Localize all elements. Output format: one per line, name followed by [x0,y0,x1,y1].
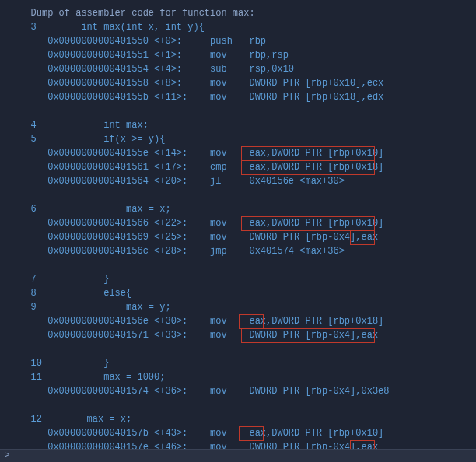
code-line: 0x0000000000401554 <+4>: sub rsp,0x10 [0,62,476,76]
code-line: 0x000000000040155b <+11>: mov DWORD PTR … [0,90,476,104]
code-line: Dump of assembler code for function max: [0,6,476,20]
code-line: 0x000000000040157b <+43>: mov eax,DWORD … [0,426,476,440]
code-line: 3 int max(int x, int y){ [0,20,476,34]
code-line: 11 max = 1000; [0,370,476,384]
code-line: 10 } [0,356,476,370]
code-line: 0x0000000000401566 <+22>: mov eax,DWORD … [0,216,476,230]
code-line [0,104,476,118]
code-line: 4 int max; [0,118,476,132]
code-line: 0x0000000000401574 <+36>: mov DWORD PTR … [0,384,476,398]
code-line: 0x000000000040156c <+28>: jmp 0x401574 <… [0,244,476,258]
code-line: 6 max = x; [0,202,476,216]
code-line: 0x000000000040156e <+30>: mov eax,DWORD … [0,314,476,328]
code-line [0,258,476,272]
code-line: 0x0000000000401569 <+25>: mov DWORD PTR … [0,230,476,244]
code-line: 0x0000000000401550 <+0>: push rbp [0,34,476,48]
code-line: 0x0000000000401551 <+1>: mov rbp,rsp [0,48,476,62]
prompt-bar[interactable] [0,449,476,462]
code-line: 0x0000000000401558 <+8>: mov DWORD PTR [… [0,76,476,90]
disassembly-pane: Dump of assembler code for function max:… [0,0,476,454]
code-line [0,342,476,356]
code-line: 7 } [0,272,476,286]
code-line: 12 max = x; [0,412,476,426]
code-line: 5 if(x >= y){ [0,132,476,146]
code-line: 0x0000000000401564 <+20>: jl 0x40156e <m… [0,174,476,188]
code-line: 0x0000000000401571 <+33>: mov DWORD PTR … [0,328,476,342]
code-line: 8 else{ [0,286,476,300]
code-line [0,398,476,412]
code-line: 9 max = y; [0,300,476,314]
code-line: 0x000000000040155e <+14>: mov eax,DWORD … [0,146,476,160]
code-line: 0x0000000000401561 <+17>: cmp eax,DWORD … [0,160,476,174]
code-line [0,188,476,202]
